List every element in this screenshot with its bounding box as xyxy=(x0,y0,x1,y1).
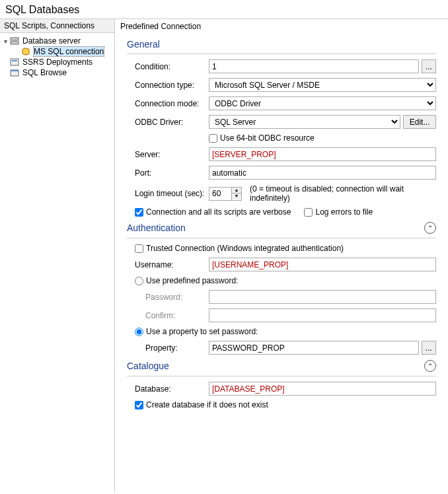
verbose-checkbox[interactable]: Connection and all its scripts are verbo… xyxy=(135,207,291,217)
collapse-icon[interactable]: ▾ xyxy=(2,38,9,45)
tree-item-label: MS SQL connection xyxy=(34,47,104,56)
panel-header: Predefined Connection xyxy=(115,19,448,34)
server-icon xyxy=(10,37,20,46)
port-input[interactable] xyxy=(209,166,436,180)
tree: ▾ Database server MS SQL connection SSRS… xyxy=(0,33,114,81)
svg-rect-4 xyxy=(12,60,17,61)
conn-type-select[interactable]: Microsoft SQL Server / MSDE xyxy=(209,78,436,92)
svg-rect-1 xyxy=(11,42,19,44)
log-errors-checkbox[interactable]: Log errors to file xyxy=(304,207,373,217)
window-title: SQL Databases xyxy=(0,0,448,18)
tree-item-ssrs[interactable]: SSRS Deployments xyxy=(0,57,114,67)
tree-item-mssql-connection[interactable]: MS SQL connection xyxy=(0,46,114,57)
spinner-down-icon[interactable]: ▼ xyxy=(232,194,241,199)
svg-rect-6 xyxy=(11,70,19,71)
spinner-up-icon[interactable]: ▲ xyxy=(232,188,241,194)
confirm-label: Confirm: xyxy=(145,311,209,320)
chevron-up-icon: ⌃ xyxy=(428,225,433,232)
conn-mode-label: Connection mode: xyxy=(135,99,209,108)
sidebar: SQL Scripts, Connections ▾ Database serv… xyxy=(0,18,114,493)
tree-item-sql-browse[interactable]: SQL Browse xyxy=(0,67,114,78)
property-label: Property: xyxy=(145,343,209,353)
section-title-catalogue: Catalogue xyxy=(127,361,169,371)
connection-icon xyxy=(21,48,32,56)
condition-browse-button[interactable]: ... xyxy=(422,59,436,73)
use64-checkbox[interactable]: Use 64-bit ODBC resource xyxy=(209,133,315,143)
odbc-select[interactable]: SQL Server xyxy=(209,115,400,129)
conn-type-label: Connection type: xyxy=(135,81,209,90)
server-label: Server: xyxy=(135,150,209,159)
section-title-auth: Authentication xyxy=(127,223,186,233)
svg-rect-3 xyxy=(11,59,19,65)
edit-button[interactable]: Edit... xyxy=(403,115,436,129)
timeout-input[interactable] xyxy=(209,187,231,201)
tree-item-label: SQL Browse xyxy=(22,68,67,77)
sidebar-header: SQL Scripts, Connections xyxy=(0,19,114,33)
password-input[interactable] xyxy=(209,290,436,304)
username-label: Username: xyxy=(135,260,209,269)
create-db-checkbox[interactable]: Create database if it does not exist xyxy=(135,400,268,409)
property-input[interactable] xyxy=(209,341,419,355)
conn-mode-select[interactable]: ODBC Driver xyxy=(209,96,436,110)
database-label: Database: xyxy=(135,384,209,394)
property-password-radio[interactable]: Use a property to set password: xyxy=(135,327,258,336)
predefined-password-radio[interactable]: Use predefined password: xyxy=(135,276,238,285)
timeout-hint: (0 = timeout is disabled; connection wil… xyxy=(250,184,436,203)
password-label: Password: xyxy=(145,293,209,302)
database-input[interactable] xyxy=(209,382,436,396)
chevron-up-icon: ⌃ xyxy=(428,363,433,370)
browse-icon xyxy=(10,69,20,77)
trusted-checkbox[interactable]: Trusted Connection (Windows integrated a… xyxy=(135,244,344,253)
port-label: Port: xyxy=(135,168,209,178)
deploy-icon xyxy=(10,58,20,67)
svg-rect-0 xyxy=(11,38,19,40)
settings-panel: Predefined Connection General Condition:… xyxy=(114,18,448,493)
server-input[interactable] xyxy=(209,147,436,161)
tree-item-database-server[interactable]: ▾ Database server xyxy=(0,36,114,46)
confirm-input[interactable] xyxy=(209,308,436,322)
username-input[interactable] xyxy=(209,258,436,271)
timeout-spinner[interactable]: ▲▼ xyxy=(209,187,242,201)
tree-item-label: SSRS Deployments xyxy=(22,57,93,67)
timeout-label: Login timeout (sec): xyxy=(135,189,209,198)
property-browse-button[interactable]: ... xyxy=(422,341,436,355)
section-title-general: General xyxy=(127,39,160,50)
odbc-label: ODBC Driver: xyxy=(135,118,209,127)
collapse-button[interactable]: ⌃ xyxy=(424,360,436,372)
tree-item-label: Database server xyxy=(22,36,81,46)
collapse-button[interactable]: ⌃ xyxy=(424,222,436,234)
condition-label: Condition: xyxy=(135,62,209,71)
condition-input[interactable] xyxy=(209,59,419,73)
